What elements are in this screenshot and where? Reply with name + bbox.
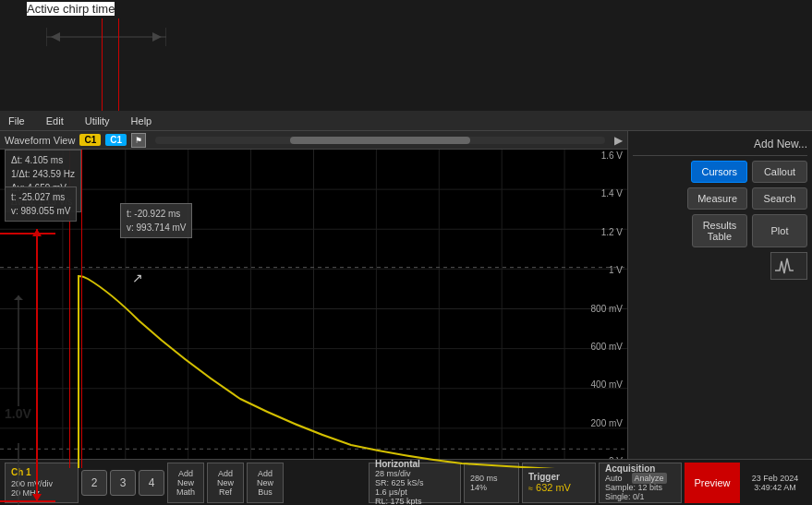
- acq-single: Single: 0/1: [605, 492, 675, 501]
- mouse-cursor: ↗: [132, 271, 143, 285]
- scroll-thumb: [290, 137, 470, 144]
- results-table-button[interactable]: ResultsTable: [692, 214, 747, 247]
- horiz-marker-bottom: [0, 497, 55, 505]
- waveform-icon-btn[interactable]: [770, 252, 807, 280]
- horiz-rl: RL: 175 kpts: [375, 497, 454, 505]
- acquisition-info: Acquisition Auto Analyze Sample: 12 bits…: [599, 463, 682, 503]
- add-bus-label: Add New Bus: [257, 469, 273, 497]
- cursor-tooltip: t: -20.922 ms v: 993.714 mV: [120, 203, 192, 238]
- ch3-button[interactable]: 3: [110, 470, 136, 496]
- active-chirp-label: Active chirp time: [27, 2, 115, 16]
- trigger-info: Trigger ≈ 632 mV: [522, 463, 596, 503]
- cursor-v1: v: 989.055 mV: [11, 204, 70, 218]
- measure-button[interactable]: Measure: [687, 187, 747, 210]
- acq-sample: Sample: 12 bits: [605, 483, 675, 492]
- horiz-sr: SR: 625 kS/s: [375, 478, 454, 487]
- plot-button[interactable]: Plot: [752, 214, 807, 247]
- right-panel-row-1: Cursors Callout: [633, 161, 807, 183]
- menu-file[interactable]: File: [5, 114, 29, 128]
- cursor-t2: t: -20.922 ms: [127, 207, 186, 221]
- add-math-label: Add New Math: [176, 469, 195, 497]
- date-time-info: 23 Feb 2024 3:49:42 AM: [743, 463, 807, 503]
- scope-container: File Edit Utility Help Waveform View C1 …: [0, 111, 812, 505]
- cursor-t1: t: -25.027 ms: [11, 190, 70, 204]
- scrollbar[interactable]: [155, 137, 605, 144]
- annotation-arrows: [46, 23, 166, 51]
- search-button[interactable]: Search: [752, 187, 807, 210]
- cursor-v2: v: 993.714 mV: [127, 221, 186, 234]
- right-panel-title: Add New...: [633, 136, 807, 156]
- ch1b-badge[interactable]: C1: [105, 134, 127, 146]
- cursor-dt: Δt: 4.105 ms: [11, 153, 75, 167]
- acq-mode: Auto Analyze: [605, 474, 675, 483]
- add-ref-button[interactable]: Add New Ref: [207, 463, 244, 503]
- ch2-button[interactable]: 2: [81, 470, 107, 496]
- plot-area[interactable]: ↗: [0, 150, 627, 468]
- right-panel-row-4: [633, 252, 807, 280]
- add-ref-label: Add New Ref: [217, 469, 234, 497]
- volt-range-arrows: [32, 229, 42, 501]
- annotation-line-right: [118, 18, 119, 111]
- ch1-badge[interactable]: C1: [79, 134, 101, 146]
- add-math-button[interactable]: Add New Math: [167, 463, 204, 503]
- horiz-scale: 28 ms/div: [375, 469, 454, 478]
- horiz-percent: 14%: [470, 483, 513, 492]
- waveform-svg: [0, 150, 627, 468]
- add-bus-button[interactable]: Add New Bus: [247, 463, 284, 503]
- collapse-icon[interactable]: ▶: [614, 134, 623, 147]
- annotation-line-left: [102, 18, 103, 111]
- horiz-marker-top: [0, 229, 55, 238]
- volt-label: 1.0V: [5, 406, 31, 421]
- cursors-button[interactable]: Cursors: [691, 161, 747, 183]
- menu-help[interactable]: Help: [127, 114, 156, 128]
- preview-button[interactable]: Preview: [685, 463, 740, 503]
- horizontal-pos-info: 280 ms 14%: [464, 463, 519, 503]
- waveform-title: Waveform View: [5, 135, 75, 146]
- menu-utility[interactable]: Utility: [81, 114, 114, 128]
- date-label: 23 Feb 2024: [752, 474, 799, 483]
- trigger-val: 632 mV: [536, 482, 571, 493]
- svg-marker-6: [14, 295, 23, 300]
- right-panel-row-3: ResultsTable Plot: [633, 214, 807, 247]
- horizontal-info: Horizontal 28 ms/div SR: 625 kS/s 1.6 μs…: [369, 463, 461, 503]
- right-panel-row-2: Measure Search: [633, 187, 807, 210]
- menu-edit[interactable]: Edit: [42, 114, 67, 128]
- trigger-value: ≈ 632 mV: [528, 482, 589, 493]
- cursor-info-box2: t: -25.027 ms v: 989.055 mV: [5, 186, 77, 222]
- menubar: File Edit Utility Help: [0, 111, 812, 131]
- horiz-sample-rate: 1.6 μs/pt: [375, 487, 454, 497]
- svg-marker-4: [152, 32, 162, 42]
- time-label: 3:49:42 AM: [754, 483, 796, 492]
- right-panel: Add New... Cursors Callout Measure Searc…: [627, 131, 812, 505]
- cursor-line-2: [81, 150, 82, 468]
- annotation-area: Active chirp time: [0, 0, 185, 111]
- ch4-button[interactable]: 4: [139, 470, 164, 496]
- svg-marker-3: [51, 32, 60, 42]
- callout-button[interactable]: Callout: [752, 161, 807, 183]
- horiz-position: 280 ms: [470, 474, 513, 483]
- trigger-label: Trigger: [528, 472, 589, 482]
- trigger-icon[interactable]: ⚑: [131, 133, 146, 148]
- cursor-one-over-dt: 1/Δt: 243.59 Hz: [11, 167, 75, 181]
- waveform-header: Waveform View C1 C1 ⚑ ▶: [0, 131, 627, 150]
- waveform-icon: [775, 257, 803, 275]
